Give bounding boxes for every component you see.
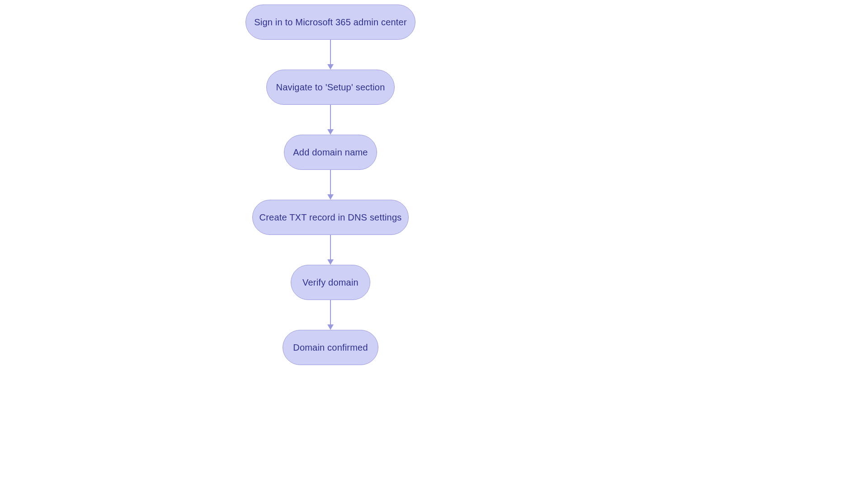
flow-arrow-head-icon xyxy=(327,194,334,200)
flow-node-add-domain: Add domain name xyxy=(284,135,377,170)
flow-arrow-line xyxy=(330,105,331,129)
flow-arrow-head-icon xyxy=(327,259,334,265)
flow-node-create-txt: Create TXT record in DNS settings xyxy=(252,200,409,235)
flow-node-navigate-setup: Navigate to 'Setup' section xyxy=(266,70,395,105)
flow-node-label: Add domain name xyxy=(293,147,368,158)
flowchart-canvas: Sign in to Microsoft 365 admin center Na… xyxy=(0,0,868,488)
flow-node-domain-confirmed: Domain confirmed xyxy=(283,330,378,365)
flow-node-sign-in: Sign in to Microsoft 365 admin center xyxy=(245,5,415,40)
flow-node-label: Verify domain xyxy=(302,277,359,288)
flow-node-label: Navigate to 'Setup' section xyxy=(276,82,385,93)
flow-node-label: Domain confirmed xyxy=(293,343,368,353)
flow-arrow-line xyxy=(330,300,331,324)
flow-node-label: Sign in to Microsoft 365 admin center xyxy=(254,17,407,28)
flow-arrow-head-icon xyxy=(327,324,334,330)
flow-arrow-line xyxy=(330,170,331,194)
flow-arrow-line xyxy=(330,235,331,259)
flow-arrow-head-icon xyxy=(327,64,334,70)
flow-node-label: Create TXT record in DNS settings xyxy=(259,212,402,223)
flow-arrow-line xyxy=(330,40,331,64)
flow-arrow-head-icon xyxy=(327,129,334,135)
flow-node-verify-domain: Verify domain xyxy=(291,265,370,300)
